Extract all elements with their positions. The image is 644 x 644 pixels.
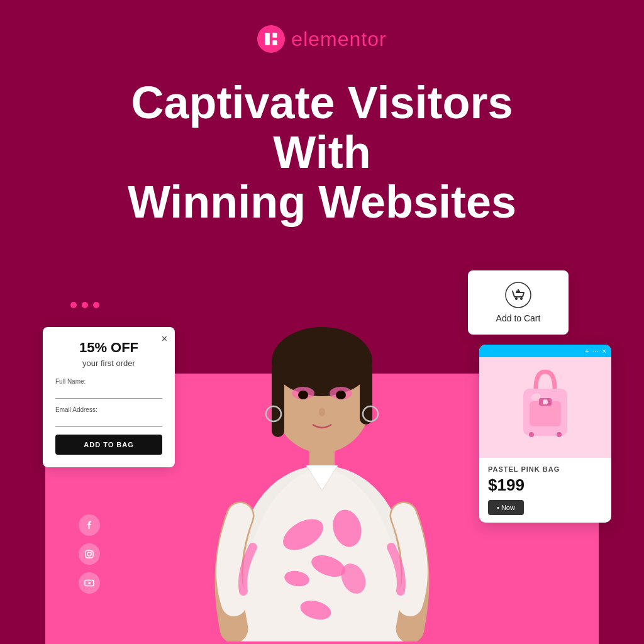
popup-product-card: + ··· × PASTEL xyxy=(479,345,611,523)
discount-subtitle: your first order xyxy=(55,358,162,368)
fullname-label: Full Name: xyxy=(55,378,162,385)
product-info: PASTEL PINK BAG $199 • Now xyxy=(479,458,611,523)
svg-point-23 xyxy=(515,297,518,300)
product-name: PASTEL PINK BAG xyxy=(488,465,602,473)
elementor-logo-icon xyxy=(257,25,285,53)
social-icons xyxy=(79,514,100,594)
svg-rect-6 xyxy=(272,362,284,437)
headline-line1: Captivate Visitors With xyxy=(131,77,513,177)
person-image xyxy=(203,252,441,644)
add-to-bag-button[interactable]: ADD TO BAG xyxy=(55,435,162,455)
close-button[interactable]: × xyxy=(162,333,167,345)
header: elementor Captivate Visitors With Winnin… xyxy=(0,0,644,228)
main-container: elementor Captivate Visitors With Winnin… xyxy=(0,0,644,644)
svg-point-36 xyxy=(91,552,92,553)
product-toolbar: + ··· × xyxy=(479,345,611,357)
add-to-cart-label[interactable]: Add to Cart xyxy=(496,313,541,323)
svg-rect-0 xyxy=(265,33,270,45)
headline-line2: Winning Websites xyxy=(128,177,516,227)
svg-rect-7 xyxy=(360,362,372,425)
svg-point-33 xyxy=(557,432,562,437)
email-field[interactable] xyxy=(55,414,162,427)
product-price: $199 xyxy=(488,475,602,495)
svg-point-11 xyxy=(336,391,346,399)
three-dots-decoration xyxy=(70,302,99,308)
svg-point-35 xyxy=(87,552,91,556)
popup-add-to-cart: Add to Cart xyxy=(468,270,569,335)
popup-discount: × 15% OFF your first order Full Name: Em… xyxy=(43,327,175,467)
logo-text: elementor xyxy=(291,28,386,51)
email-label: Email Address: xyxy=(55,406,162,413)
dot-2 xyxy=(82,302,88,308)
svg-rect-2 xyxy=(273,40,278,45)
svg-marker-38 xyxy=(89,582,92,585)
toolbar-close[interactable]: × xyxy=(602,347,606,355)
dot-1 xyxy=(70,302,77,308)
product-image-area xyxy=(479,357,611,458)
svg-point-22 xyxy=(506,282,531,308)
discount-title: 15% OFF xyxy=(55,340,162,356)
dot-3 xyxy=(93,302,99,308)
instagram-icon[interactable] xyxy=(79,543,100,565)
svg-point-12 xyxy=(319,408,325,416)
svg-point-32 xyxy=(529,432,534,437)
cart-icon xyxy=(505,282,531,308)
fullname-field[interactable] xyxy=(55,386,162,399)
logo-container: elementor xyxy=(257,25,386,53)
svg-rect-1 xyxy=(273,33,278,38)
svg-point-24 xyxy=(520,297,523,300)
buy-now-button[interactable]: • Now xyxy=(488,500,524,515)
svg-point-5 xyxy=(272,327,372,396)
toolbar-add[interactable]: + xyxy=(585,347,589,355)
facebook-icon[interactable] xyxy=(79,514,100,536)
headline: Captivate Visitors With Winning Websites xyxy=(77,78,567,228)
svg-point-30 xyxy=(543,399,548,404)
youtube-icon[interactable] xyxy=(79,572,100,594)
bag-svg xyxy=(514,367,577,448)
elementor-icon-svg xyxy=(263,31,279,47)
toolbar-dots[interactable]: ··· xyxy=(592,347,598,355)
svg-point-10 xyxy=(298,391,308,399)
